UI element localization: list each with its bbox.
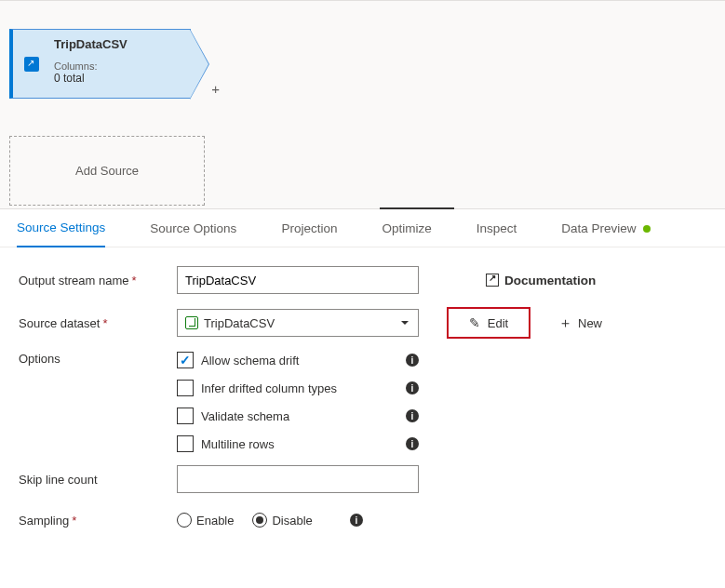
info-icon[interactable]: i (406, 409, 419, 422)
tab-data-preview[interactable]: Data Preview (561, 210, 651, 247)
options-label: Options (19, 352, 177, 366)
pencil-icon (469, 315, 480, 330)
source-node-columns-label: Columns: (54, 60, 186, 72)
multiline-rows-checkbox[interactable] (177, 435, 194, 452)
documentation-link[interactable]: Documentation (486, 274, 596, 287)
tab-source-settings[interactable]: Source Settings (17, 209, 105, 247)
info-icon[interactable]: i (406, 381, 419, 394)
tab-optimize[interactable]: Optimize (382, 210, 431, 247)
external-link-icon (486, 274, 499, 287)
dataset-icon (185, 316, 198, 329)
validate-schema-checkbox[interactable] (177, 408, 194, 424)
info-icon[interactable]: i (350, 514, 363, 527)
allow-schema-drift-checkbox[interactable] (177, 352, 194, 368)
source-dataset-select[interactable]: TripDataCSV (177, 309, 419, 337)
data-preview-status-dot (643, 225, 651, 233)
output-stream-name-label: Output stream name* (19, 274, 177, 287)
infer-column-types-checkbox[interactable] (177, 380, 194, 396)
output-stream-name-input[interactable] (177, 266, 419, 294)
validate-schema-label: Validate schema (201, 409, 289, 423)
plus-icon: ＋ (558, 314, 572, 332)
tab-projection[interactable]: Projection (281, 210, 337, 247)
edit-dataset-button[interactable]: Edit (447, 307, 530, 339)
settings-tabs: Source Settings Source Options Projectio… (0, 209, 725, 247)
source-node[interactable]: + TripDataCSV Columns: 0 total (9, 29, 191, 99)
skip-line-count-input[interactable] (177, 465, 419, 493)
source-node-icon (13, 30, 50, 98)
allow-schema-drift-label: Allow schema drift (201, 354, 299, 368)
info-icon[interactable]: i (406, 437, 419, 450)
add-source-label: Add Source (75, 164, 139, 178)
info-icon[interactable]: i (406, 354, 419, 367)
new-dataset-button[interactable]: ＋ New (558, 314, 602, 332)
skip-line-count-label: Skip line count (19, 473, 177, 487)
source-node-columns-value: 0 total (54, 72, 186, 85)
sampling-enable-radio[interactable] (177, 513, 192, 528)
add-source-button[interactable]: Add Source (9, 136, 205, 206)
data-flow-canvas[interactable]: + TripDataCSV Columns: 0 total Add Sourc… (0, 0, 725, 209)
source-node-title: TripDataCSV (54, 37, 186, 51)
infer-column-types-label: Infer drifted column types (201, 381, 337, 395)
source-settings-panel: Output stream name* Documentation Source… (0, 247, 725, 566)
tab-source-options[interactable]: Source Options (150, 210, 236, 247)
tab-inspect[interactable]: Inspect (477, 210, 517, 247)
chevron-down-icon (401, 321, 409, 325)
add-step-icon[interactable]: + (211, 81, 220, 97)
source-dataset-label: Source dataset* (19, 316, 177, 330)
sampling-disable-radio[interactable] (252, 513, 267, 528)
multiline-rows-label: Multiline rows (201, 437, 275, 451)
sampling-label: Sampling* (19, 514, 177, 528)
